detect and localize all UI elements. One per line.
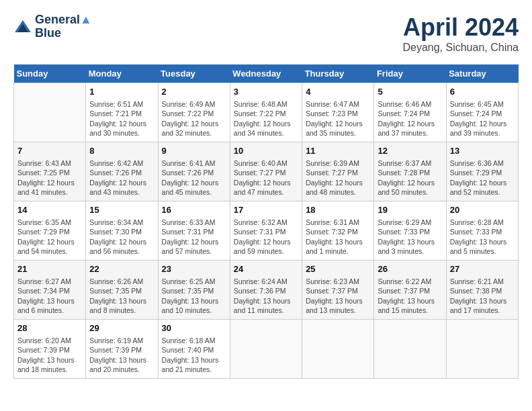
calendar-cell: 15Sunrise: 6:34 AM Sunset: 7:30 PM Dayli…: [86, 201, 158, 261]
day-number: 10: [234, 145, 298, 157]
day-number: 26: [378, 263, 442, 275]
day-info: Sunrise: 6:36 AM Sunset: 7:29 PM Dayligh…: [450, 158, 515, 197]
calendar-table: SundayMondayTuesdayWednesdayThursdayFrid…: [13, 64, 519, 379]
day-info: Sunrise: 6:31 AM Sunset: 7:32 PM Dayligh…: [306, 218, 370, 256]
calendar-cell: [446, 320, 518, 379]
day-info: Sunrise: 6:18 AM Sunset: 7:40 PM Dayligh…: [162, 336, 226, 374]
day-number: 7: [17, 145, 82, 157]
calendar-cell: 3Sunrise: 6:48 AM Sunset: 7:22 PM Daylig…: [230, 83, 302, 142]
logo: General▲ Blue: [13, 13, 92, 40]
day-number: 13: [450, 145, 515, 157]
day-number: 2: [162, 86, 226, 98]
weekday-thursday: Thursday: [302, 64, 374, 83]
calendar-cell: 26Sunrise: 6:22 AM Sunset: 7:37 PM Dayli…: [374, 261, 446, 320]
day-number: 11: [306, 145, 370, 157]
calendar-week-1: 1Sunrise: 6:51 AM Sunset: 7:21 PM Daylig…: [14, 83, 519, 142]
day-number: 17: [234, 204, 298, 216]
calendar-cell: 13Sunrise: 6:36 AM Sunset: 7:29 PM Dayli…: [446, 142, 518, 201]
day-number: 12: [378, 145, 442, 157]
day-info: Sunrise: 6:19 AM Sunset: 7:39 PM Dayligh…: [89, 336, 154, 374]
day-info: Sunrise: 6:33 AM Sunset: 7:31 PM Dayligh…: [162, 218, 226, 256]
weekday-header: SundayMondayTuesdayWednesdayThursdayFrid…: [14, 64, 519, 83]
day-number: 25: [306, 263, 370, 275]
calendar-cell: [302, 320, 374, 379]
day-number: 21: [17, 263, 82, 275]
calendar-cell: [374, 320, 446, 379]
calendar-cell: 11Sunrise: 6:39 AM Sunset: 7:27 PM Dayli…: [302, 142, 374, 201]
weekday-wednesday: Wednesday: [230, 64, 302, 83]
calendar-cell: 8Sunrise: 6:42 AM Sunset: 7:26 PM Daylig…: [86, 142, 158, 201]
day-number: 28: [17, 322, 82, 334]
day-info: Sunrise: 6:32 AM Sunset: 7:31 PM Dayligh…: [234, 218, 298, 256]
day-info: Sunrise: 6:35 AM Sunset: 7:29 PM Dayligh…: [17, 218, 82, 256]
calendar-cell: 25Sunrise: 6:23 AM Sunset: 7:37 PM Dayli…: [302, 261, 374, 320]
day-number: 23: [162, 263, 226, 275]
day-number: 29: [89, 322, 154, 334]
calendar-cell: 28Sunrise: 6:20 AM Sunset: 7:39 PM Dayli…: [14, 320, 86, 379]
day-info: Sunrise: 6:34 AM Sunset: 7:30 PM Dayligh…: [89, 218, 154, 256]
day-info: Sunrise: 6:46 AM Sunset: 7:24 PM Dayligh…: [378, 99, 442, 138]
calendar-cell: 6Sunrise: 6:45 AM Sunset: 7:24 PM Daylig…: [446, 83, 518, 142]
calendar-cell: 16Sunrise: 6:33 AM Sunset: 7:31 PM Dayli…: [158, 201, 230, 261]
calendar-cell: 17Sunrise: 6:32 AM Sunset: 7:31 PM Dayli…: [230, 201, 302, 261]
day-info: Sunrise: 6:41 AM Sunset: 7:26 PM Dayligh…: [162, 158, 226, 197]
calendar-week-2: 7Sunrise: 6:43 AM Sunset: 7:25 PM Daylig…: [14, 142, 519, 201]
day-info: Sunrise: 6:48 AM Sunset: 7:22 PM Dayligh…: [234, 99, 298, 138]
day-number: 30: [162, 322, 226, 334]
logo-icon: [13, 17, 32, 36]
weekday-saturday: Saturday: [446, 64, 518, 83]
day-info: Sunrise: 6:21 AM Sunset: 7:38 PM Dayligh…: [450, 277, 515, 315]
day-number: 18: [306, 204, 370, 216]
day-number: 16: [162, 204, 226, 216]
day-number: 15: [89, 204, 154, 216]
day-info: Sunrise: 6:20 AM Sunset: 7:39 PM Dayligh…: [17, 336, 82, 374]
calendar-cell: 10Sunrise: 6:40 AM Sunset: 7:27 PM Dayli…: [230, 142, 302, 201]
location-subtitle: Deyang, Sichuan, China: [402, 42, 519, 54]
day-info: Sunrise: 6:29 AM Sunset: 7:33 PM Dayligh…: [378, 218, 442, 256]
calendar-cell: 19Sunrise: 6:29 AM Sunset: 7:33 PM Dayli…: [374, 201, 446, 261]
day-info: Sunrise: 6:22 AM Sunset: 7:37 PM Dayligh…: [378, 277, 442, 315]
day-number: 4: [306, 86, 370, 98]
day-number: 19: [378, 204, 442, 216]
day-info: Sunrise: 6:23 AM Sunset: 7:37 PM Dayligh…: [306, 277, 370, 315]
weekday-tuesday: Tuesday: [158, 64, 230, 83]
day-number: 3: [234, 86, 298, 98]
weekday-sunday: Sunday: [14, 64, 86, 83]
calendar-cell: 20Sunrise: 6:28 AM Sunset: 7:33 PM Dayli…: [446, 201, 518, 261]
calendar-cell: 29Sunrise: 6:19 AM Sunset: 7:39 PM Dayli…: [86, 320, 158, 379]
calendar-cell: 21Sunrise: 6:27 AM Sunset: 7:34 PM Dayli…: [14, 261, 86, 320]
day-number: 20: [450, 204, 515, 216]
weekday-friday: Friday: [374, 64, 446, 83]
day-info: Sunrise: 6:49 AM Sunset: 7:22 PM Dayligh…: [162, 99, 226, 138]
calendar-week-5: 28Sunrise: 6:20 AM Sunset: 7:39 PM Dayli…: [14, 320, 519, 379]
calendar-cell: 30Sunrise: 6:18 AM Sunset: 7:40 PM Dayli…: [158, 320, 230, 379]
day-number: 14: [17, 204, 82, 216]
calendar-cell: 18Sunrise: 6:31 AM Sunset: 7:32 PM Dayli…: [302, 201, 374, 261]
weekday-monday: Monday: [86, 64, 158, 83]
calendar-week-4: 21Sunrise: 6:27 AM Sunset: 7:34 PM Dayli…: [14, 261, 519, 320]
day-number: 1: [89, 86, 154, 98]
day-info: Sunrise: 6:37 AM Sunset: 7:28 PM Dayligh…: [378, 158, 442, 197]
logo-text: General▲ Blue: [35, 13, 92, 40]
calendar-cell: 14Sunrise: 6:35 AM Sunset: 7:29 PM Dayli…: [14, 201, 86, 261]
calendar-cell: 27Sunrise: 6:21 AM Sunset: 7:38 PM Dayli…: [446, 261, 518, 320]
day-number: 27: [450, 263, 515, 275]
title-block: April 2024 Deyang, Sichuan, China: [402, 13, 519, 54]
day-number: 22: [89, 263, 154, 275]
day-info: Sunrise: 6:45 AM Sunset: 7:24 PM Dayligh…: [450, 99, 515, 138]
calendar-cell: 23Sunrise: 6:25 AM Sunset: 7:35 PM Dayli…: [158, 261, 230, 320]
day-number: 6: [450, 86, 515, 98]
day-info: Sunrise: 6:47 AM Sunset: 7:23 PM Dayligh…: [306, 99, 370, 138]
month-title: April 2024: [402, 13, 519, 42]
calendar-cell: 22Sunrise: 6:26 AM Sunset: 7:35 PM Dayli…: [86, 261, 158, 320]
calendar-cell: 1Sunrise: 6:51 AM Sunset: 7:21 PM Daylig…: [86, 83, 158, 142]
calendar-cell: [230, 320, 302, 379]
day-number: 8: [89, 145, 154, 157]
calendar-cell: 7Sunrise: 6:43 AM Sunset: 7:25 PM Daylig…: [14, 142, 86, 201]
page-header: General▲ Blue April 2024 Deyang, Sichuan…: [13, 13, 519, 54]
day-number: 24: [234, 263, 298, 275]
day-number: 9: [162, 145, 226, 157]
day-number: 5: [378, 86, 442, 98]
calendar-body: 1Sunrise: 6:51 AM Sunset: 7:21 PM Daylig…: [14, 83, 519, 379]
calendar-cell: [14, 83, 86, 142]
